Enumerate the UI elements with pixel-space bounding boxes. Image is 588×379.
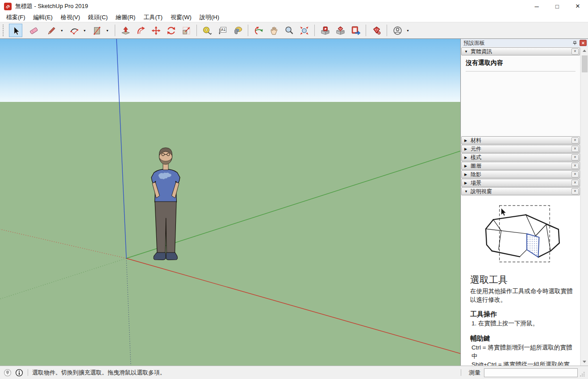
close-button[interactable]: × <box>567 0 588 13</box>
text-tool-button[interactable]: A1 <box>216 24 229 37</box>
paint-bucket-tool-button[interactable] <box>231 24 244 37</box>
section-label: 陰影 <box>471 171 571 178</box>
section-close-button[interactable]: × <box>571 154 579 160</box>
tray-section-layers[interactable]: ▶ 圖層 × <box>461 162 580 170</box>
scrollbar-thumb[interactable] <box>582 55 588 72</box>
send-to-layout-icon <box>350 25 361 36</box>
account-button[interactable] <box>391 24 404 37</box>
entity-info-label: 實體資訊 <box>471 48 571 55</box>
section-close-button[interactable]: × <box>571 163 579 169</box>
sketchup-logo-icon <box>4 3 12 10</box>
scale-tool-button[interactable] <box>179 24 193 37</box>
offset-tool-button[interactable] <box>134 24 147 37</box>
line-tool-button[interactable] <box>45 24 58 37</box>
expanded-arrow-icon: ▼ <box>464 190 471 194</box>
send-to-layout-button[interactable] <box>349 24 362 37</box>
section-close-button[interactable]: × <box>571 146 579 152</box>
cursor-arrow-icon <box>501 208 506 216</box>
extension-manager-button[interactable] <box>370 24 383 37</box>
instructor-modifier-line: Ctrl = 將實體新增到一組所選取的實體中 <box>470 344 575 361</box>
menu-window[interactable]: 視窗(W) <box>167 13 196 21</box>
tray-title-bar[interactable]: 預設面板 × <box>461 39 588 47</box>
tape-measure-icon <box>202 25 213 36</box>
zoom-tool-button[interactable] <box>282 24 296 37</box>
menu-camera[interactable]: 鏡頭(C) <box>84 13 112 21</box>
eraser-tool-button[interactable] <box>27 24 40 37</box>
section-label: 場景 <box>471 179 571 187</box>
divider <box>466 71 575 72</box>
instructor-modifier-line: Shift+Ctrl = 將實體從一組所選取的實體中除去 <box>470 361 575 366</box>
default-tray: 預設面板 × ▼ 實體資訊 × <box>460 39 588 366</box>
auto-hide-pin-button[interactable] <box>571 40 578 46</box>
toolbar-separator <box>314 25 315 36</box>
pin-icon <box>572 41 577 46</box>
sketchup-window: 無標題 - SketchUp Pro 2019 ─ □ × 檔案(F) 編輯(E… <box>0 0 588 379</box>
minimize-button[interactable]: ─ <box>526 0 547 13</box>
section-close-button[interactable]: × <box>571 180 579 186</box>
status-separator <box>28 369 28 376</box>
3d-warehouse-button[interactable] <box>318 24 332 37</box>
measurement-input[interactable] <box>484 368 578 377</box>
svg-text:A1: A1 <box>221 28 225 32</box>
account-dropdown[interactable]: ▼ <box>405 24 411 37</box>
tray-close-button[interactable]: × <box>580 40 587 46</box>
orbit-tool-button[interactable] <box>252 24 265 37</box>
scroll-up-icon <box>583 50 586 52</box>
toolbar-separator <box>366 25 366 36</box>
entity-info-section-header[interactable]: ▼ 實體資訊 × <box>461 47 580 55</box>
move-tool-button[interactable] <box>149 24 163 37</box>
menu-edit[interactable]: 編輯(E) <box>29 13 57 21</box>
entity-info-close-button[interactable]: × <box>571 48 579 55</box>
tray-section-materials[interactable]: ▶ 材料 × <box>461 136 580 144</box>
resize-grip[interactable] <box>579 371 585 377</box>
menu-file[interactable]: 檔案(F) <box>2 13 29 21</box>
collapsed-arrow-icon: ▶ <box>464 147 471 151</box>
select-tool-button[interactable] <box>9 24 22 37</box>
scale-figure[interactable] <box>151 148 180 260</box>
geolocation-status-icon[interactable] <box>4 369 12 377</box>
3d-viewport[interactable] <box>0 39 460 366</box>
collapsed-arrow-icon: ▶ <box>464 173 471 177</box>
tray-section-shadows[interactable]: ▶ 陰影 × <box>461 170 580 178</box>
info-status-icon[interactable] <box>15 369 23 377</box>
text-icon: A1 <box>217 25 228 36</box>
arc-tool-dropdown[interactable]: ▼ <box>82 24 88 37</box>
menu-help[interactable]: 說明(H) <box>196 13 223 21</box>
pan-tool-button[interactable] <box>267 24 280 37</box>
window-title: 無標題 - SketchUp Pro 2019 <box>15 2 88 10</box>
scroll-up-button[interactable] <box>581 47 588 55</box>
entity-info-empty-message: 沒有選取內容 <box>466 59 575 67</box>
instructor-house-illustration <box>472 201 569 268</box>
status-bar: 選取物件。切換到擴充選取。拖曳滑鼠以選取多項。 測量 <box>0 366 588 379</box>
tray-scrollbar[interactable] <box>580 47 588 366</box>
scroll-down-button[interactable] <box>581 358 588 366</box>
arc-tool-button[interactable] <box>67 24 81 37</box>
instructor-panel: 選取工具 在使用其他操作工具或命令時選取實體以進行修改。 工具操作 1. 在實體… <box>461 196 580 366</box>
menu-view[interactable]: 檢視(V) <box>57 13 84 21</box>
selected-face <box>527 234 539 257</box>
push-pull-tool-button[interactable] <box>119 24 132 37</box>
rectangle-tool-dropdown[interactable]: ▼ <box>104 24 110 37</box>
extension-warehouse-button[interactable] <box>334 24 347 37</box>
collapsed-arrow-icon: ▶ <box>464 156 471 160</box>
entity-info-panel: 沒有選取內容 <box>461 56 580 136</box>
tray-section-components[interactable]: ▶ 元件 × <box>461 145 580 153</box>
tape-measure-tool-button[interactable] <box>200 24 214 37</box>
menu-tools[interactable]: 工具(T) <box>139 13 167 21</box>
arc-icon <box>69 25 79 36</box>
rectangle-tool-button[interactable] <box>90 24 104 37</box>
paint-bucket-icon <box>233 25 243 36</box>
rotate-tool-button[interactable] <box>164 24 178 37</box>
tray-section-styles[interactable]: ▶ 樣式 × <box>461 153 580 161</box>
toolbar-drag-handle[interactable] <box>3 25 5 36</box>
toolbar-separator <box>196 25 197 36</box>
instructor-close-button[interactable]: × <box>571 188 579 194</box>
tray-section-scenes[interactable]: ▶ 場景 × <box>461 179 580 187</box>
section-close-button[interactable]: × <box>571 171 579 177</box>
menu-draw[interactable]: 繪圖(R) <box>112 13 139 21</box>
section-close-button[interactable]: × <box>571 137 579 143</box>
zoom-extents-tool-button[interactable] <box>297 24 311 37</box>
line-tool-dropdown[interactable]: ▼ <box>59 24 65 37</box>
maximize-button[interactable]: □ <box>547 0 567 13</box>
instructor-section-header[interactable]: ▼ 說明視窗 × <box>461 187 580 195</box>
